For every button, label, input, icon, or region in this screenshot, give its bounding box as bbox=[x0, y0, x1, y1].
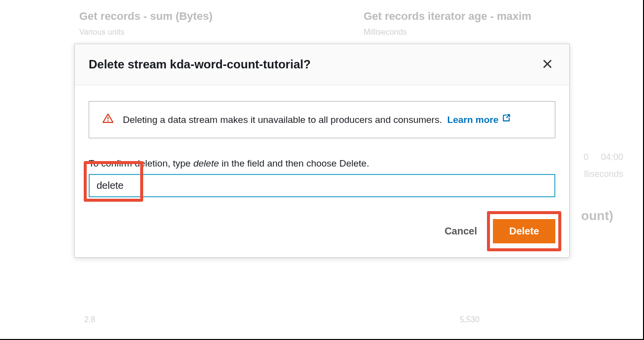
close-icon bbox=[542, 57, 552, 72]
learn-more-label: Learn more bbox=[447, 113, 498, 127]
warning-text: Deleting a data stream makes it unavaila… bbox=[123, 113, 511, 127]
cancel-button[interactable]: Cancel bbox=[440, 220, 481, 243]
delete-stream-modal: Delete stream kda-word-count-tutorial? D… bbox=[74, 44, 570, 258]
confirm-instruction: To confirm deletion, type delete in the … bbox=[89, 158, 555, 169]
modal-title: Delete stream kda-word-count-tutorial? bbox=[89, 57, 311, 71]
warning-box: Deleting a data stream makes it unavaila… bbox=[89, 101, 555, 138]
external-link-icon bbox=[501, 113, 511, 127]
modal-footer: Cancel Delete bbox=[75, 209, 569, 257]
warning-triangle-icon bbox=[102, 113, 114, 124]
learn-more-link[interactable]: Learn more bbox=[447, 113, 511, 127]
modal-body: Deleting a data stream makes it unavaila… bbox=[75, 85, 569, 209]
svg-point-1 bbox=[107, 120, 109, 122]
close-button[interactable] bbox=[539, 55, 555, 74]
modal-header: Delete stream kda-word-count-tutorial? bbox=[75, 44, 569, 85]
delete-button[interactable]: Delete bbox=[493, 219, 555, 243]
confirm-delete-input[interactable] bbox=[89, 174, 555, 197]
